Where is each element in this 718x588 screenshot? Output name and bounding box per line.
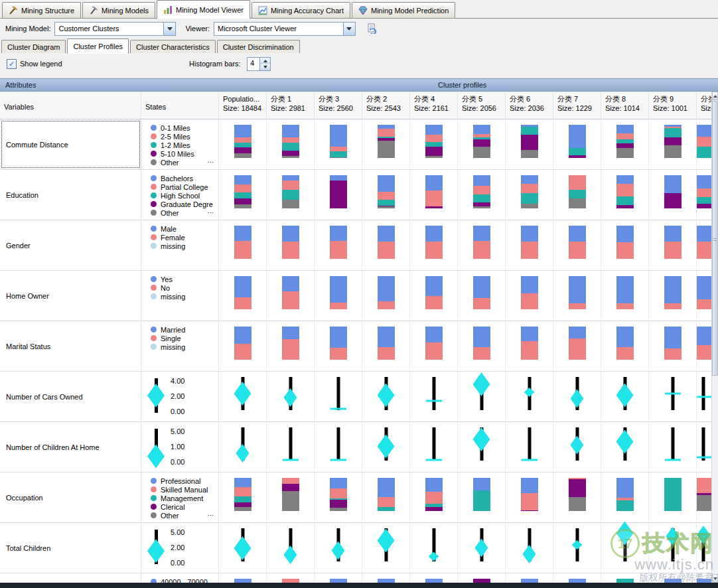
states-cell[interactable]: 40000 - 70000 bbox=[141, 573, 219, 583]
cluster-chart-cell[interactable] bbox=[410, 372, 458, 421]
variable-cell[interactable]: Commute Distance bbox=[0, 119, 141, 169]
cluster-chart-cell[interactable] bbox=[649, 473, 697, 522]
cluster-chart-cell[interactable] bbox=[410, 271, 458, 321]
cluster-chart-cell[interactable] bbox=[410, 220, 458, 270]
cluster-chart-cell[interactable] bbox=[697, 573, 711, 583]
cluster-chart-cell[interactable] bbox=[697, 271, 711, 321]
cluster-chart-cell[interactable] bbox=[410, 170, 458, 220]
cluster-chart-cell[interactable] bbox=[219, 473, 267, 522]
tab-mining-model-prediction[interactable]: Mining Model Prediction bbox=[352, 2, 455, 18]
states-cell[interactable]: ProfessionalSkilled ManualManagementCler… bbox=[141, 473, 219, 522]
cluster-chart-cell[interactable] bbox=[506, 170, 553, 220]
cluster-chart-cell[interactable] bbox=[506, 573, 553, 583]
cluster-chart-cell[interactable] bbox=[553, 170, 601, 220]
cluster-chart-cell[interactable] bbox=[506, 119, 553, 169]
cluster-chart-cell[interactable] bbox=[267, 220, 315, 270]
histogram-bars-spinner[interactable]: 4 bbox=[247, 57, 271, 71]
cluster-chart-cell[interactable] bbox=[553, 372, 601, 421]
cluster-chart-cell[interactable] bbox=[601, 523, 649, 573]
states-cell[interactable]: 5.001.000.00 bbox=[141, 422, 219, 472]
variable-cell[interactable]: Number of Children At Home bbox=[0, 422, 141, 472]
refresh-button[interactable] bbox=[364, 21, 380, 37]
cluster-chart-cell[interactable] bbox=[267, 473, 315, 522]
attribute-row[interactable]: Home OwnerYesNomissing bbox=[0, 271, 711, 321]
cluster-chart-cell[interactable] bbox=[458, 321, 506, 371]
cluster-chart-cell[interactable] bbox=[601, 372, 649, 421]
cluster-chart-cell[interactable] bbox=[219, 321, 267, 371]
column-header-cluster[interactable]: 分类 6Size: 2036 bbox=[506, 92, 553, 119]
cluster-chart-cell[interactable] bbox=[410, 573, 458, 583]
attribute-row[interactable]: GenderMaleFemalemissing bbox=[0, 220, 711, 271]
column-header-cluster[interactable]: 分类 8Size: 1014 bbox=[601, 92, 649, 119]
cluster-chart-cell[interactable] bbox=[219, 372, 267, 421]
cluster-chart-cell[interactable] bbox=[219, 271, 267, 321]
cluster-chart-cell[interactable] bbox=[315, 573, 362, 583]
cluster-chart-cell[interactable] bbox=[219, 119, 267, 169]
cluster-chart-cell[interactable] bbox=[362, 220, 410, 270]
cluster-chart-cell[interactable] bbox=[697, 372, 711, 421]
states-cell[interactable]: YesNomissing bbox=[141, 271, 219, 321]
cluster-chart-cell[interactable] bbox=[553, 271, 601, 321]
cluster-chart-cell[interactable] bbox=[697, 422, 711, 472]
cluster-chart-cell[interactable] bbox=[267, 573, 315, 583]
states-cell[interactable]: BachelorsPartial CollegeHigh SchoolGradu… bbox=[141, 170, 219, 220]
subtab-cluster-profiles[interactable]: Cluster Profiles bbox=[67, 38, 129, 54]
attribute-row[interactable]: EducationBachelorsPartial CollegeHigh Sc… bbox=[0, 170, 711, 220]
show-legend-checkbox[interactable]: ✓ bbox=[7, 59, 17, 69]
column-header-cluster[interactable]: 分类 2Size: 2543 bbox=[362, 92, 410, 119]
cluster-chart-cell[interactable] bbox=[315, 372, 362, 421]
cluster-chart-cell[interactable] bbox=[410, 119, 458, 169]
variable-cell[interactable]: Education bbox=[0, 170, 141, 220]
cluster-chart-cell[interactable] bbox=[410, 321, 458, 371]
cluster-chart-cell[interactable] bbox=[649, 271, 697, 321]
cluster-chart-cell[interactable] bbox=[506, 220, 553, 270]
cluster-chart-cell[interactable] bbox=[553, 422, 601, 472]
cluster-chart-cell[interactable] bbox=[362, 573, 410, 583]
cluster-chart-cell[interactable] bbox=[553, 473, 601, 522]
column-header-cluster[interactable]: 分类 3Size: 2560 bbox=[315, 92, 362, 119]
combo-dropdown-icon[interactable] bbox=[343, 23, 355, 35]
cluster-chart-cell[interactable] bbox=[506, 271, 553, 321]
cluster-chart-cell[interactable] bbox=[458, 170, 506, 220]
subtab-cluster-discrimination[interactable]: Cluster Discrimination bbox=[217, 40, 300, 53]
cluster-chart-cell[interactable] bbox=[458, 372, 506, 421]
cluster-chart-cell[interactable] bbox=[649, 170, 697, 220]
cluster-chart-cell[interactable] bbox=[506, 473, 553, 522]
cluster-chart-cell[interactable] bbox=[697, 119, 711, 169]
column-header-cluster[interactable]: 分类 5Size: 2056 bbox=[458, 92, 506, 119]
cluster-chart-cell[interactable] bbox=[315, 321, 362, 371]
cluster-chart-cell[interactable] bbox=[267, 119, 315, 169]
attribute-row[interactable]: Marital StatusMarriedSinglemissing bbox=[0, 321, 711, 372]
scrollbar-thumb[interactable] bbox=[712, 101, 718, 376]
cluster-chart-cell[interactable] bbox=[458, 422, 506, 472]
cluster-chart-cell[interactable] bbox=[458, 523, 506, 573]
states-cell[interactable]: 0-1 Miles2-5 Miles1-2 Miles5-10 MilesOth… bbox=[141, 119, 219, 169]
tab-mining-structure[interactable]: Mining Structure bbox=[2, 2, 81, 18]
cluster-chart-cell[interactable] bbox=[601, 119, 649, 169]
cluster-chart-cell[interactable] bbox=[315, 220, 362, 270]
column-header-cluster[interactable]: Populatio...Size: 18484 bbox=[219, 92, 267, 119]
tab-mining-model-viewer[interactable]: Mining Model Viewer bbox=[157, 0, 250, 19]
cluster-chart-cell[interactable] bbox=[649, 523, 697, 573]
variable-cell[interactable]: Occupation bbox=[0, 473, 141, 522]
attribute-row[interactable]: Total Children5.002.000.00 bbox=[0, 523, 711, 573]
tab-mining-accuracy-chart[interactable]: Mining Accuracy Chart bbox=[251, 2, 350, 18]
states-cell[interactable]: MarriedSinglemissing bbox=[141, 321, 219, 371]
cluster-chart-cell[interactable] bbox=[362, 271, 410, 321]
cluster-chart-cell[interactable] bbox=[362, 119, 410, 169]
cluster-chart-cell[interactable] bbox=[362, 321, 410, 371]
cluster-chart-cell[interactable] bbox=[315, 170, 362, 220]
combo-dropdown-icon[interactable] bbox=[163, 23, 175, 35]
scroll-down-icon[interactable] bbox=[712, 574, 718, 583]
states-cell[interactable]: MaleFemalemissing bbox=[141, 220, 219, 270]
cluster-chart-cell[interactable] bbox=[601, 573, 649, 583]
cluster-chart-cell[interactable] bbox=[458, 220, 506, 270]
variable-cell[interactable]: Marital Status bbox=[0, 321, 141, 371]
variable-cell[interactable] bbox=[0, 573, 141, 583]
subtab-cluster-diagram[interactable]: Cluster Diagram bbox=[1, 40, 66, 53]
cluster-chart-cell[interactable] bbox=[362, 170, 410, 220]
cluster-chart-cell[interactable] bbox=[506, 422, 553, 472]
cluster-chart-cell[interactable] bbox=[458, 271, 506, 321]
cluster-chart-cell[interactable] bbox=[410, 422, 458, 472]
mining-model-select[interactable]: Customer Clusters bbox=[54, 22, 176, 36]
